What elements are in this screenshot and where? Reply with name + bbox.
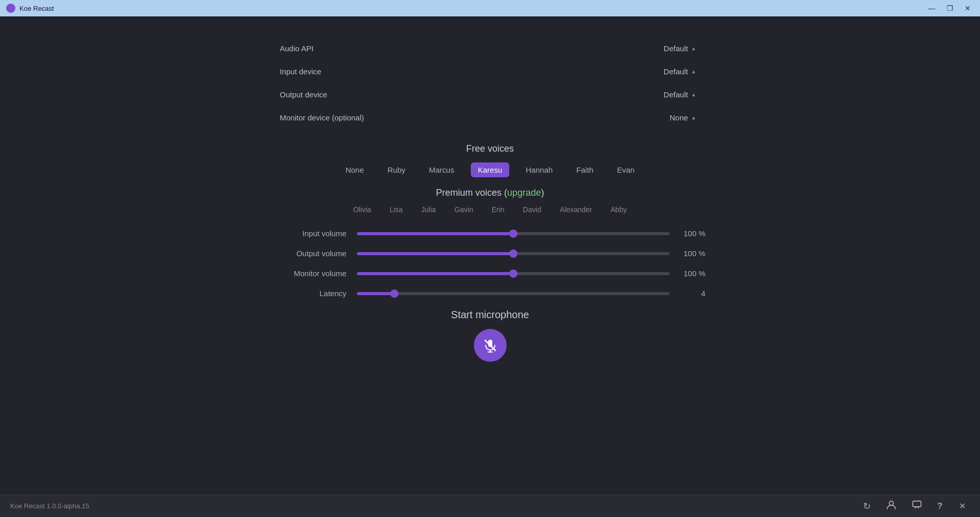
- audio-settings: Audio API Default ▲ Input device Default…: [280, 37, 701, 129]
- settings-value-default[interactable]: Default ▲: [659, 42, 700, 55]
- mic-label: Start microphone: [0, 309, 980, 321]
- user-icon: [886, 502, 896, 512]
- dropdown-arrow-icon: ▲: [691, 92, 696, 97]
- app-icon: [6, 4, 15, 13]
- svg-rect-5: [913, 501, 921, 507]
- settings-value-default[interactable]: Default ▲: [659, 88, 700, 101]
- settings-row-output-device: Output device Default ▲: [280, 83, 701, 106]
- slider-label-latency: Latency: [275, 289, 357, 298]
- premium-voices-title: Premium voices (upgrade): [280, 188, 701, 198]
- slider-fill-latency: [357, 292, 394, 295]
- voice-btn-karesu[interactable]: Karesu: [471, 162, 510, 177]
- dropdown-arrow-icon: ▲: [691, 115, 696, 120]
- version-text: Koe Recast 1.0.0-alpha.15: [10, 502, 89, 510]
- main-content: Audio API Default ▲ Input device Default…: [0, 16, 980, 494]
- premium-voice-lisa: Lisa: [390, 205, 403, 214]
- slider-row-monitor-volume: Monitor volume 100 %: [275, 269, 706, 278]
- refresh-button[interactable]: ↻: [860, 500, 874, 513]
- free-voices-row: NoneRubyMarcusKaresuHannahFaithEvan: [280, 162, 701, 177]
- dropdown-arrow-icon: ▲: [691, 69, 696, 74]
- bottom-icons: ↻ ? ✕: [860, 499, 970, 513]
- settings-value-none[interactable]: None ▲: [666, 111, 701, 124]
- slider-value-latency: 4: [670, 289, 706, 298]
- settings-label: Input device: [280, 67, 322, 76]
- upgrade-link[interactable]: upgrade: [507, 188, 541, 198]
- chat-button[interactable]: [909, 499, 925, 513]
- slider-row-output-volume: Output volume 100 %: [275, 249, 706, 258]
- settings-label: Output device: [280, 90, 328, 99]
- voice-btn-faith[interactable]: Faith: [569, 162, 601, 177]
- microphone-button[interactable]: [474, 329, 507, 362]
- chat-icon: [912, 502, 922, 512]
- slider-fill-monitor-volume: [357, 272, 513, 275]
- premium-voice-david: David: [523, 205, 542, 214]
- bottom-close-button[interactable]: ✕: [955, 500, 970, 512]
- maximize-button[interactable]: ❐: [944, 3, 956, 13]
- voice-btn-hannah[interactable]: Hannah: [518, 162, 560, 177]
- microphone-icon: [483, 338, 497, 353]
- help-button[interactable]: ?: [934, 500, 946, 512]
- free-voices-title: Free voices: [280, 143, 701, 154]
- slider-thumb-monitor-volume[interactable]: [509, 270, 517, 278]
- settings-label: Monitor device (optional): [280, 113, 364, 122]
- refresh-icon: ↻: [863, 501, 871, 511]
- slider-thumb-input-volume[interactable]: [509, 230, 517, 238]
- title-bar-left: Koe Recast: [6, 4, 54, 13]
- user-button[interactable]: [883, 499, 899, 513]
- app-title: Koe Recast: [19, 5, 54, 12]
- title-bar-controls: — ❐ ✕: [925, 3, 974, 13]
- premium-title-text: Premium voices (: [436, 188, 507, 198]
- slider-label-output-volume: Output volume: [275, 249, 357, 258]
- premium-voice-julia: Julia: [421, 205, 436, 214]
- voice-btn-evan[interactable]: Evan: [610, 162, 642, 177]
- premium-voice-alexander: Alexander: [559, 205, 592, 214]
- slider-fill-input-volume: [357, 232, 513, 235]
- slider-value-output-volume: 100 %: [670, 249, 706, 258]
- slider-fill-output-volume: [357, 252, 513, 255]
- premium-voice-erin: Erin: [492, 205, 505, 214]
- slider-value-input-volume: 100 %: [670, 229, 706, 238]
- voice-btn-marcus[interactable]: Marcus: [422, 162, 462, 177]
- slider-bg-latency: [357, 292, 670, 295]
- slider-thumb-output-volume[interactable]: [509, 250, 517, 258]
- slider-label-monitor-volume: Monitor volume: [275, 269, 357, 278]
- slider-track-monitor-volume[interactable]: [357, 272, 670, 275]
- premium-voice-abby: Abby: [610, 205, 627, 214]
- settings-row-input-device: Input device Default ▲: [280, 60, 701, 83]
- settings-label: Audio API: [280, 44, 314, 53]
- settings-value-default[interactable]: Default ▲: [659, 65, 700, 78]
- dropdown-arrow-icon: ▲: [691, 46, 696, 51]
- microphone-section: Start microphone: [0, 309, 980, 362]
- sliders-section: Input volume 100 % Output volume 100 % M…: [234, 229, 747, 298]
- settings-row-monitor-device-(optional): Monitor device (optional) None ▲: [280, 106, 701, 129]
- slider-value-monitor-volume: 100 %: [670, 269, 706, 278]
- voice-btn-ruby[interactable]: Ruby: [381, 162, 413, 177]
- close-button[interactable]: ✕: [962, 3, 974, 13]
- slider-label-input-volume: Input volume: [275, 229, 357, 238]
- bottom-close-icon: ✕: [959, 502, 966, 510]
- slider-row-input-volume: Input volume 100 %: [275, 229, 706, 238]
- svg-point-4: [889, 501, 893, 505]
- title-bar: Koe Recast — ❐ ✕: [0, 0, 980, 16]
- help-icon: ?: [937, 501, 943, 511]
- premium-voice-gavin: Gavin: [454, 205, 473, 214]
- slider-thumb-latency[interactable]: [390, 289, 398, 298]
- settings-row-audio-api: Audio API Default ▲: [280, 37, 701, 60]
- slider-row-latency: Latency 4: [275, 289, 706, 298]
- premium-voice-olivia: Olivia: [353, 205, 371, 214]
- slider-track-latency[interactable]: [357, 292, 670, 295]
- content-center: Audio API Default ▲ Input device Default…: [259, 37, 721, 214]
- slider-track-input-volume[interactable]: [357, 232, 670, 235]
- voice-btn-none[interactable]: None: [338, 162, 371, 177]
- minimize-button[interactable]: —: [925, 3, 938, 13]
- bottom-bar: Koe Recast 1.0.0-alpha.15 ↻ ?: [0, 494, 980, 517]
- premium-voices-row: OliviaLisaJuliaGavinErinDavidAlexanderAb…: [280, 205, 701, 214]
- slider-track-output-volume[interactable]: [357, 252, 670, 255]
